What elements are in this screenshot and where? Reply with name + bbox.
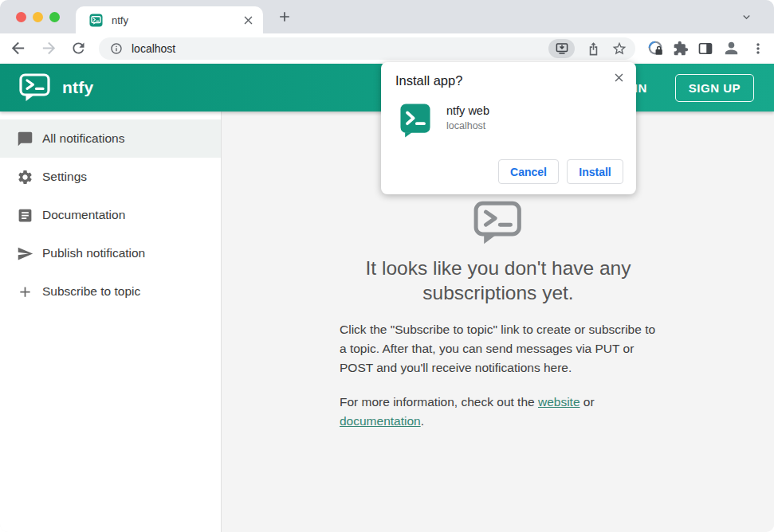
- reload-icon[interactable]: [70, 40, 87, 57]
- sidebar-item-label: All notifications: [42, 131, 124, 146]
- empty-state-paragraph: Click the "Subscribe to topic" link to c…: [340, 320, 657, 377]
- dialog-actions: Cancel Install: [498, 159, 623, 184]
- bookmark-star-icon[interactable]: [611, 41, 627, 57]
- profile-avatar-icon[interactable]: [722, 39, 741, 57]
- sidebar-item-documentation[interactable]: Documentation: [0, 196, 221, 234]
- tab-strip: ntfy: [0, 0, 774, 33]
- url-text[interactable]: localhost: [132, 42, 548, 55]
- browser-window: ntfy localhost: [0, 0, 774, 532]
- plus-icon: [17, 284, 33, 300]
- browser-tab[interactable]: ntfy: [76, 6, 263, 33]
- side-panel-icon[interactable]: [697, 41, 713, 57]
- gear-icon: [17, 169, 33, 186]
- paragraph-text: or: [580, 395, 595, 409]
- share-icon[interactable]: [586, 41, 601, 57]
- sidebar-item-label: Settings: [42, 170, 87, 184]
- dialog-app-row: ntfy web localhost: [400, 104, 623, 138]
- install-button[interactable]: Install: [567, 159, 623, 184]
- install-app-dialog: Install app? ntfy web localhost Cancel I…: [381, 62, 636, 194]
- extensions-puzzle-icon[interactable]: [673, 41, 689, 57]
- site-info-icon[interactable]: [110, 42, 123, 55]
- privacy-extension-icon[interactable]: [647, 40, 665, 57]
- ntfy-logo-gray-icon: [473, 201, 523, 245]
- paragraph-text: For more information, check out the: [340, 395, 538, 409]
- close-window-button[interactable]: [16, 12, 26, 22]
- tab-close-icon[interactable]: [242, 14, 255, 27]
- website-link[interactable]: website: [538, 395, 580, 409]
- dialog-app-origin: localhost: [446, 120, 489, 131]
- browser-menu-kebab-icon[interactable]: [750, 41, 766, 57]
- sidebar-item-all-notifications[interactable]: All notifications: [0, 119, 221, 158]
- ntfy-logo-icon: [19, 73, 51, 102]
- sidebar-nav: All notifications Settings Documentation…: [0, 111, 222, 532]
- cancel-button[interactable]: Cancel: [498, 159, 559, 184]
- ntfy-app-icon: [400, 104, 430, 138]
- article-icon: [17, 207, 33, 224]
- forward-icon[interactable]: [40, 39, 58, 57]
- address-bar[interactable]: localhost: [99, 37, 635, 60]
- dialog-app-name: ntfy web: [446, 104, 489, 117]
- dialog-app-text: ntfy web localhost: [446, 104, 489, 138]
- install-app-omnibox-button[interactable]: [548, 39, 575, 58]
- chat-icon: [17, 131, 33, 147]
- sidebar-item-label: Subscribe to topic: [42, 284, 140, 299]
- send-icon: [17, 245, 33, 262]
- sidebar-item-publish-notification[interactable]: Publish notification: [0, 234, 221, 272]
- sidebar-item-subscribe-to-topic[interactable]: Subscribe to topic: [0, 272, 221, 311]
- ntfy-favicon-icon: [89, 14, 103, 27]
- maximize-window-button[interactable]: [49, 12, 60, 22]
- sidebar-item-label: Publish notification: [42, 246, 145, 260]
- app-title: ntfy: [62, 78, 93, 97]
- tab-search-chevron-icon[interactable]: [740, 10, 753, 24]
- back-icon[interactable]: [9, 39, 27, 57]
- empty-state-heading: It looks like you don't have any subscri…: [340, 256, 657, 305]
- empty-state: It looks like you don't have any subscri…: [340, 201, 657, 431]
- dialog-close-icon[interactable]: [612, 71, 626, 84]
- dialog-title: Install app?: [395, 73, 623, 88]
- browser-toolbar: localhost: [0, 33, 774, 64]
- new-tab-button[interactable]: [277, 9, 293, 25]
- minimize-window-button[interactable]: [33, 12, 43, 22]
- sidebar-item-label: Documentation: [42, 208, 125, 222]
- documentation-link[interactable]: documentation: [340, 414, 421, 428]
- empty-state-links-paragraph: For more information, check out the webs…: [340, 393, 657, 431]
- install-app-icon: [555, 41, 569, 56]
- paragraph-text: .: [421, 414, 424, 428]
- tab-title: ntfy: [112, 14, 242, 26]
- sign-up-button[interactable]: SIGN UP: [675, 74, 754, 102]
- sidebar-item-settings[interactable]: Settings: [0, 158, 221, 196]
